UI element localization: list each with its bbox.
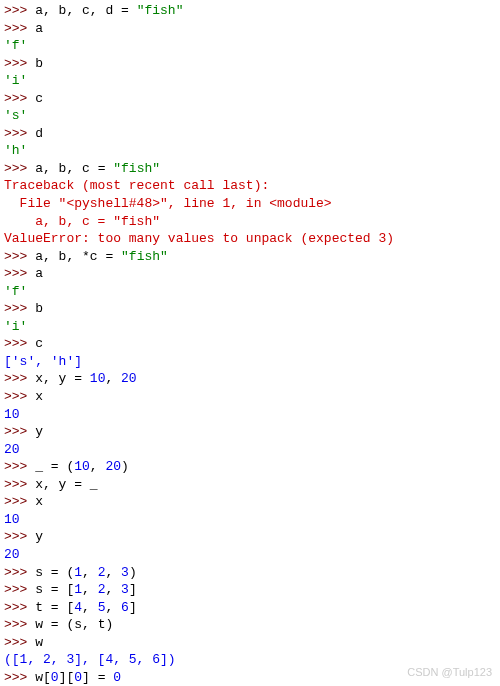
code-line: File "<pyshell#48>", line 1, in <module> bbox=[4, 195, 496, 213]
code-text: w = (s, t) bbox=[35, 617, 113, 632]
code-text: y bbox=[35, 424, 43, 439]
code-text: c bbox=[35, 91, 43, 106]
repl-prompt: >>> bbox=[4, 494, 35, 509]
code-line: 10 bbox=[4, 511, 496, 529]
code-line: 'i' bbox=[4, 318, 496, 336]
repl-prompt: >>> bbox=[4, 301, 35, 316]
code-line: 'f' bbox=[4, 37, 496, 55]
code-text: ] = bbox=[82, 670, 113, 685]
code-text: b bbox=[35, 56, 43, 71]
code-line: >>> y bbox=[4, 528, 496, 546]
number-output: 1 bbox=[74, 582, 82, 597]
code-line: >>> a bbox=[4, 20, 496, 38]
code-line: >>> a bbox=[4, 265, 496, 283]
string-literal: 'f' bbox=[4, 38, 27, 53]
number-output: 4 bbox=[74, 600, 82, 615]
number-output: ['s', 'h'] bbox=[4, 354, 82, 369]
string-literal: "fish" bbox=[121, 249, 168, 264]
python-shell-output[interactable]: >>> a, b, c, d = "fish">>> a'f'>>> b'i'>… bbox=[4, 2, 496, 686]
code-line: >>> x, y = _ bbox=[4, 476, 496, 494]
repl-prompt: >>> bbox=[4, 3, 35, 18]
string-literal: 'i' bbox=[4, 319, 27, 334]
code-text: , bbox=[105, 371, 121, 386]
number-output: 0 bbox=[74, 670, 82, 685]
repl-prompt: >>> bbox=[4, 126, 35, 141]
code-line: >>> d bbox=[4, 125, 496, 143]
code-text: x, y = _ bbox=[35, 477, 97, 492]
code-line: 'i' bbox=[4, 72, 496, 90]
code-line: >>> a, b, *c = "fish" bbox=[4, 248, 496, 266]
number-output: 20 bbox=[105, 459, 121, 474]
code-line: 'f' bbox=[4, 283, 496, 301]
code-text: , bbox=[82, 565, 98, 580]
code-line: >>> c bbox=[4, 90, 496, 108]
number-output: 0 bbox=[51, 670, 59, 685]
code-text: ) bbox=[129, 565, 137, 580]
string-literal: "fish" bbox=[113, 161, 160, 176]
code-line: >>> s = [1, 2, 3] bbox=[4, 581, 496, 599]
number-output: 20 bbox=[4, 547, 20, 562]
string-literal: 's' bbox=[4, 108, 27, 123]
code-line: 20 bbox=[4, 546, 496, 564]
repl-prompt: >>> bbox=[4, 617, 35, 632]
code-text: , bbox=[105, 600, 121, 615]
watermark: CSDN @Tulp123 bbox=[407, 665, 492, 680]
code-line: >>> y bbox=[4, 423, 496, 441]
code-text: a bbox=[35, 266, 43, 281]
code-line: >>> _ = (10, 20) bbox=[4, 458, 496, 476]
repl-prompt: >>> bbox=[4, 249, 35, 264]
number-output: 20 bbox=[121, 371, 137, 386]
code-text: w[ bbox=[35, 670, 51, 685]
number-output: 3 bbox=[121, 582, 129, 597]
error-text: a, b, c = "fish" bbox=[4, 214, 160, 229]
code-line: ValueError: too many values to unpack (e… bbox=[4, 230, 496, 248]
repl-prompt: >>> bbox=[4, 371, 35, 386]
code-text: ][ bbox=[59, 670, 75, 685]
number-output: 10 bbox=[74, 459, 90, 474]
code-text: , bbox=[82, 600, 98, 615]
code-text: , bbox=[82, 582, 98, 597]
repl-prompt: >>> bbox=[4, 21, 35, 36]
repl-prompt: >>> bbox=[4, 582, 35, 597]
repl-prompt: >>> bbox=[4, 670, 35, 685]
code-line: >>> b bbox=[4, 300, 496, 318]
repl-prompt: >>> bbox=[4, 56, 35, 71]
string-literal: 'h' bbox=[4, 143, 27, 158]
code-text: x bbox=[35, 494, 43, 509]
repl-prompt: >>> bbox=[4, 529, 35, 544]
error-text: File "<pyshell#48>", line 1, in <module> bbox=[4, 196, 332, 211]
number-output: 20 bbox=[4, 442, 20, 457]
code-line: 10 bbox=[4, 406, 496, 424]
code-text: a, b, c = bbox=[35, 161, 113, 176]
code-text: x bbox=[35, 389, 43, 404]
repl-prompt: >>> bbox=[4, 477, 35, 492]
code-line: >>> w = (s, t) bbox=[4, 616, 496, 634]
code-line: >>> x bbox=[4, 493, 496, 511]
code-text: s = ( bbox=[35, 565, 74, 580]
code-text: , bbox=[90, 459, 106, 474]
code-line: 20 bbox=[4, 441, 496, 459]
repl-prompt: >>> bbox=[4, 266, 35, 281]
code-text: x, y = bbox=[35, 371, 90, 386]
code-line: >>> s = (1, 2, 3) bbox=[4, 564, 496, 582]
code-line: >>> a, b, c, d = "fish" bbox=[4, 2, 496, 20]
code-text: b bbox=[35, 301, 43, 316]
number-output: 10 bbox=[4, 512, 20, 527]
code-text: a, b, c, d = bbox=[35, 3, 136, 18]
code-text: a bbox=[35, 21, 43, 36]
code-line: >>> x, y = 10, 20 bbox=[4, 370, 496, 388]
code-line: >>> a, b, c = "fish" bbox=[4, 160, 496, 178]
repl-prompt: >>> bbox=[4, 565, 35, 580]
code-text: ] bbox=[129, 582, 137, 597]
number-output: 1 bbox=[74, 565, 82, 580]
code-line: >>> b bbox=[4, 55, 496, 73]
repl-prompt: >>> bbox=[4, 635, 35, 650]
code-line: >>> x bbox=[4, 388, 496, 406]
code-text: _ = ( bbox=[35, 459, 74, 474]
code-line: ['s', 'h'] bbox=[4, 353, 496, 371]
repl-prompt: >>> bbox=[4, 336, 35, 351]
repl-prompt: >>> bbox=[4, 161, 35, 176]
error-text: ValueError: too many values to unpack (e… bbox=[4, 231, 394, 246]
code-text: c bbox=[35, 336, 43, 351]
string-literal: 'f' bbox=[4, 284, 27, 299]
